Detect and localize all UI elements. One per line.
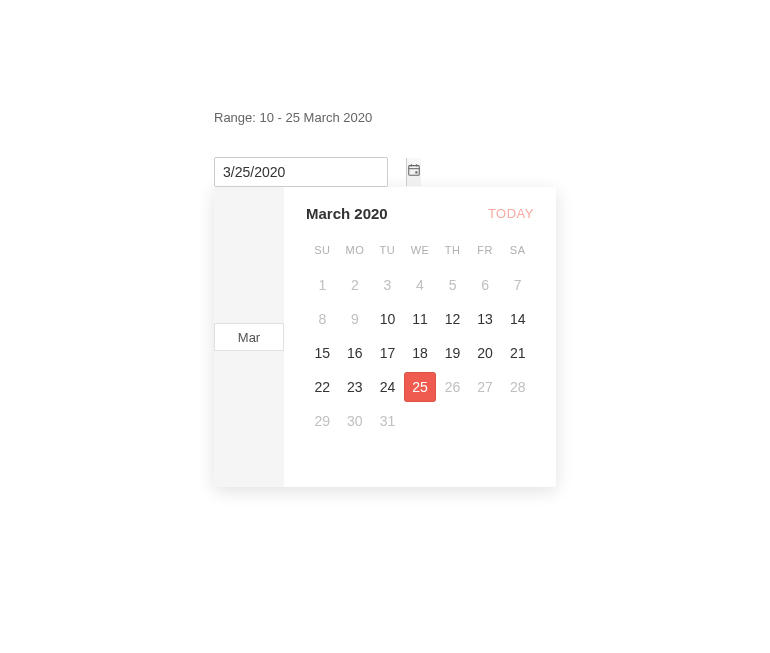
svg-rect-4 [415,171,417,173]
calendar-icon [407,163,421,181]
day-cell: 31 [371,406,403,436]
day-cell: 6 [469,270,501,300]
day-cell: 8 [306,304,338,334]
dow-header: FR [469,240,502,266]
dow-header: MO [339,240,372,266]
day-cell[interactable]: 10 [371,304,403,334]
day-cell[interactable]: 11 [404,304,436,334]
day-cell[interactable]: 23 [339,372,371,402]
day-cell: 9 [339,304,371,334]
day-cell[interactable]: 19 [437,338,469,368]
calendar-popup: Mar March 2020 TODAY SUMOTUWETHFRSA12345… [214,187,556,487]
day-cell: 2 [339,270,371,300]
day-cell[interactable]: 20 [469,338,501,368]
day-cell: 26 [437,372,469,402]
day-cell: 29 [306,406,338,436]
day-cell[interactable]: 12 [437,304,469,334]
dow-header: TU [371,240,404,266]
day-cell: 3 [371,270,403,300]
day-cell: 30 [339,406,371,436]
dow-header: TH [436,240,469,266]
day-cell[interactable]: 18 [404,338,436,368]
range-label: Range: 10 - 25 March 2020 [214,110,388,125]
dow-header: SA [501,240,534,266]
today-button[interactable]: TODAY [488,206,534,221]
month-pill[interactable]: Mar [214,323,284,351]
month-title[interactable]: March 2020 [306,205,388,222]
dow-header: SU [306,240,339,266]
day-cell[interactable]: 16 [339,338,371,368]
datepicker: Mar March 2020 TODAY SUMOTUWETHFRSA12345… [214,157,388,187]
day-cell: 27 [469,372,501,402]
day-cell[interactable]: 22 [306,372,338,402]
day-cell[interactable]: 21 [502,338,534,368]
day-grid: SUMOTUWETHFRSA12345678910111213141516171… [306,240,534,436]
day-cell[interactable]: 24 [371,372,403,402]
calendar-panel: March 2020 TODAY SUMOTUWETHFRSA123456789… [284,187,556,487]
day-cell: 1 [306,270,338,300]
day-cell[interactable]: 13 [469,304,501,334]
date-input[interactable] [215,158,406,186]
day-cell[interactable]: 15 [306,338,338,368]
day-cell[interactable]: 14 [502,304,534,334]
day-cell[interactable]: 17 [371,338,403,368]
date-input-wrapper [214,157,388,187]
svg-rect-0 [409,166,420,176]
calendar-header: March 2020 TODAY [306,205,534,222]
month-sidebar[interactable]: Mar [214,187,284,487]
open-calendar-button[interactable] [406,158,421,186]
day-cell: 28 [502,372,534,402]
dow-header: WE [404,240,437,266]
day-cell: 4 [404,270,436,300]
day-cell: 7 [502,270,534,300]
day-cell: 5 [437,270,469,300]
day-cell[interactable]: 25 [404,372,436,402]
